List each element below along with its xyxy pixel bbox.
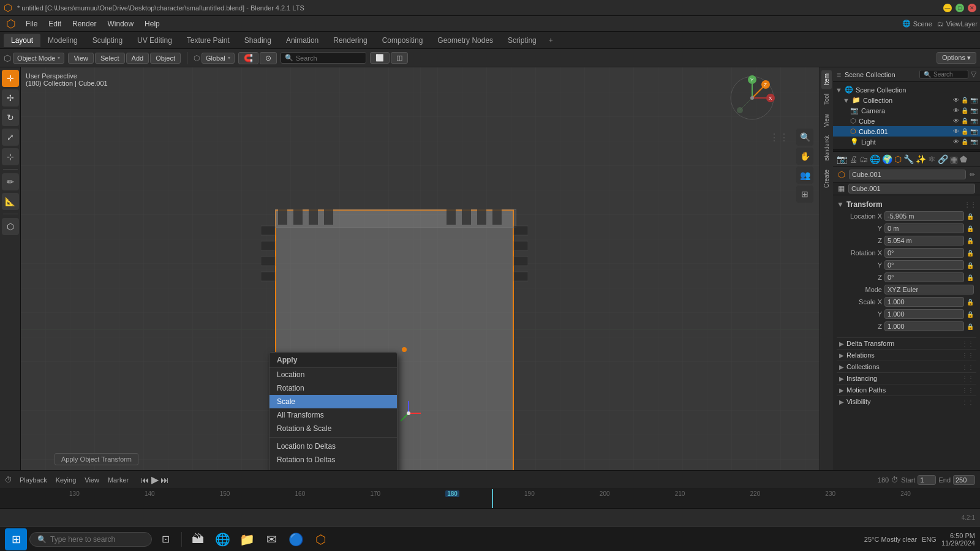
rotation-mode-value[interactable]: XYZ Euler: [884, 285, 974, 294]
taskbar-app-explorer[interactable]: 🏔: [187, 528, 209, 550]
add-menu[interactable]: Add: [126, 53, 149, 64]
tree-scene-collection[interactable]: ▼ 🌐 Scene Collection: [833, 84, 980, 95]
props-material-icon[interactable]: ⬟: [960, 154, 967, 164]
delta-transform-section[interactable]: ▶ Delta Transform ⋮⋮: [837, 337, 976, 349]
transform-options[interactable]: ⋮⋮: [964, 201, 976, 208]
transform-header[interactable]: ▼ Transform ⋮⋮: [837, 199, 976, 210]
vtab-tool[interactable]: Tool: [821, 90, 832, 108]
location-x-value[interactable]: -5.905 m: [884, 211, 964, 221]
apply-location[interactable]: Location: [270, 368, 397, 381]
taskbar-app-chrome[interactable]: 🔵: [285, 528, 307, 550]
apply-location-deltas[interactable]: Location to Deltas: [270, 440, 397, 453]
collection-vis-btn[interactable]: 👁 🔒 📷: [953, 97, 978, 103]
tab-shading[interactable]: Shading: [237, 34, 279, 47]
viewport[interactable]: User Perspective (180) Collection | Cube…: [21, 67, 820, 470]
move-tool[interactable]: ✢: [2, 89, 19, 107]
annotate-tool[interactable]: ✏: [2, 173, 19, 190]
apply-scale-deltas[interactable]: Scale to Deltas: [270, 467, 397, 470]
scale-z-value[interactable]: 1.000: [884, 321, 964, 331]
rotation-x-lock[interactable]: 🔒: [967, 250, 974, 257]
start-frame-input[interactable]: [918, 475, 936, 485]
props-render-icon[interactable]: 📷: [837, 154, 847, 164]
view-menu[interactable]: View: [68, 53, 94, 64]
tree-light[interactable]: 💡 Light 👁 🔒 📷: [833, 137, 980, 147]
props-world-icon[interactable]: 🌍: [882, 154, 892, 164]
play-btn[interactable]: ▶: [151, 474, 159, 485]
tab-rendering[interactable]: Rendering: [326, 34, 374, 47]
location-y-value[interactable]: 0 m: [884, 223, 964, 233]
camera-view-icon[interactable]: ⊞: [796, 186, 813, 203]
playback-menu[interactable]: Playback: [16, 476, 51, 484]
props-object-icon[interactable]: ⬡: [894, 154, 902, 164]
rotate-tool[interactable]: ↻: [2, 109, 19, 126]
orbit-icon[interactable]: 👥: [796, 167, 813, 184]
vtab-blenderkit[interactable]: BlenderKit: [822, 132, 832, 165]
add-cube-tool[interactable]: ⬡: [2, 218, 19, 235]
cube001-ctrl[interactable]: 👁 🔒 📷: [953, 128, 978, 135]
pan-icon[interactable]: ✋: [796, 148, 813, 165]
apply-all-transforms[interactable]: All Transforms: [270, 408, 397, 422]
keying-menu[interactable]: Keying: [52, 476, 80, 484]
cube-ctrl[interactable]: 👁 🔒 📷: [953, 118, 978, 124]
visibility-section[interactable]: ▶ Visibility ⋮⋮: [837, 395, 976, 407]
filter-icon[interactable]: ▽: [971, 70, 976, 79]
object-mode-dropdown[interactable]: Object Mode ▾: [13, 53, 64, 64]
props-scene-icon[interactable]: 🌐: [870, 154, 880, 164]
outliner-search[interactable]: 🔍: [919, 70, 968, 79]
skip-to-end-btn[interactable]: ⏭: [160, 475, 169, 485]
menu-edit[interactable]: Edit: [43, 18, 66, 29]
menu-render[interactable]: Render: [67, 18, 101, 29]
relations-options[interactable]: ⋮⋮: [962, 352, 974, 359]
skip-to-start-btn[interactable]: ⏮: [141, 475, 149, 485]
relations-section[interactable]: ▶ Relations ⋮⋮: [837, 349, 976, 361]
vtab-item[interactable]: Item: [821, 70, 832, 89]
rotation-z-value[interactable]: 0°: [884, 272, 964, 282]
tab-uv-editing[interactable]: UV Editing: [130, 34, 179, 47]
maximize-button[interactable]: □: [956, 4, 964, 12]
add-workspace-button[interactable]: +: [544, 34, 558, 47]
transform-tool[interactable]: ⊹: [2, 148, 19, 165]
scale-y-value[interactable]: 1.000: [884, 309, 964, 319]
tree-camera[interactable]: 📷 Camera 👁 🔒 📷: [833, 105, 980, 116]
taskbar-app-mail[interactable]: ✉: [260, 528, 282, 550]
delta-transform-options[interactable]: ⋮⋮: [962, 340, 974, 347]
scale-x-lock[interactable]: 🔒: [967, 299, 974, 305]
object-name[interactable]: Cube.001: [849, 170, 966, 179]
minimize-button[interactable]: —: [943, 4, 952, 12]
proportional-btn[interactable]: ⊙: [260, 52, 277, 64]
location-y-lock[interactable]: 🔒: [967, 225, 974, 232]
light-ctrl[interactable]: 👁 🔒 📷: [953, 138, 978, 145]
rotation-z-lock[interactable]: 🔒: [967, 274, 974, 281]
tab-layout[interactable]: Layout: [4, 34, 40, 47]
tab-compositing[interactable]: Compositing: [375, 34, 431, 47]
rotation-y-value[interactable]: 0°: [884, 260, 964, 270]
apply-rotation-scale[interactable]: Rotation & Scale: [270, 422, 397, 435]
overlay-btn[interactable]: ⬜: [370, 52, 390, 64]
visibility-options[interactable]: ⋮⋮: [962, 399, 974, 405]
start-button[interactable]: ⊞: [5, 528, 27, 550]
timeline-view-menu[interactable]: View: [81, 476, 103, 484]
tree-collection[interactable]: ▼ 📁 Collection 👁 🔒 📷: [833, 95, 980, 105]
scale-y-lock[interactable]: 🔒: [967, 311, 974, 318]
props-data-icon[interactable]: ▦: [950, 154, 958, 164]
apply-scale[interactable]: Scale: [270, 395, 397, 408]
tab-sculpting[interactable]: Sculpting: [85, 34, 130, 47]
props-particles-icon[interactable]: ✨: [916, 154, 926, 164]
motion-paths-options[interactable]: ⋮⋮: [962, 387, 974, 394]
vtab-view[interactable]: View: [821, 110, 832, 131]
nav-gizmo[interactable]: Y X Z: [728, 73, 777, 122]
taskbar-taskview[interactable]: ⊡: [154, 528, 176, 550]
marker-menu[interactable]: Marker: [104, 476, 132, 484]
object-menu[interactable]: Object: [150, 53, 181, 64]
menu-help[interactable]: Help: [140, 18, 165, 29]
close-button[interactable]: ✕: [968, 4, 976, 12]
props-view-layer-icon[interactable]: 🗂: [859, 154, 868, 164]
props-physics-icon[interactable]: ⚛: [928, 154, 936, 164]
taskbar-search-input[interactable]: [50, 535, 144, 544]
instancing-section[interactable]: ▶ Instancing ⋮⋮: [837, 372, 976, 384]
tree-cube-001[interactable]: ⬡ Cube.001 👁 🔒 📷: [833, 126, 980, 137]
tab-animation[interactable]: Animation: [279, 34, 326, 47]
vtab-create[interactable]: Create: [821, 166, 832, 192]
scale-tool[interactable]: ⤢: [2, 129, 19, 146]
menu-file[interactable]: File: [21, 18, 42, 29]
